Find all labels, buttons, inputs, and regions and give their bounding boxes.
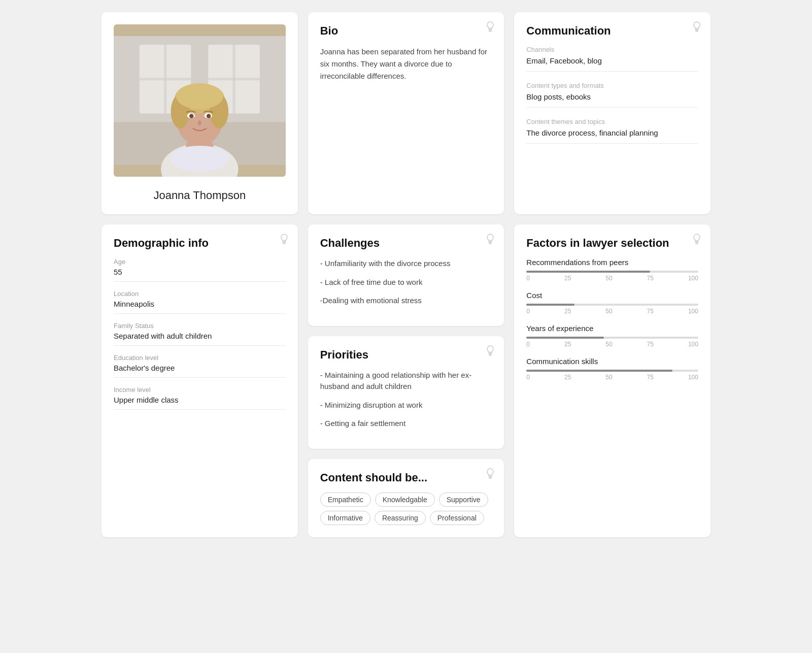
- factor-scale-label-2-4: 100: [688, 341, 698, 348]
- bio-lightbulb-icon: [486, 21, 495, 35]
- comm-section-2: Content themes and topicsThe divorce pro…: [526, 118, 698, 144]
- challenge-item-0: - Unfamiliarity with the divorce process: [320, 258, 492, 270]
- demo-field-1: LocationMinneapolis: [114, 290, 286, 314]
- demo-field-3: Education levelBachelor's degree: [114, 354, 286, 378]
- profile-card: Joanna Thompson: [101, 12, 298, 214]
- factor-scale-label-0-3: 75: [647, 275, 654, 282]
- priorities-items: - Maintaining a good relationship with h…: [320, 370, 492, 430]
- factor-scale-label-0-4: 100: [688, 275, 698, 282]
- demo-label-0: Age: [114, 258, 286, 266]
- factor-scale-label-2-1: 25: [564, 341, 571, 348]
- demo-value-2: Separated with adult children: [114, 332, 286, 346]
- demographic-card: Demographic info Age55LocationMinneapoli…: [101, 224, 298, 537]
- comm-section-1: Content types and formatsBlog posts, ebo…: [526, 82, 698, 108]
- content-tag-3: Informative: [320, 511, 370, 525]
- middle-column: Challenges - Unfamiliarity with the divo…: [308, 224, 504, 537]
- factor-track-1: [526, 304, 698, 306]
- communication-title: Communication: [526, 24, 698, 38]
- factor-scale-label-0-2: 50: [605, 275, 612, 282]
- svg-point-19: [198, 120, 201, 125]
- challenges-card: Challenges - Unfamiliarity with the divo…: [308, 224, 504, 326]
- factor-track-2: [526, 337, 698, 339]
- factor-track-bg-0: [526, 271, 698, 273]
- challenge-item-1: - Lack of free time due to work: [320, 277, 492, 288]
- communication-card: Communication ChannelsEmail, Facebook, b…: [514, 12, 710, 214]
- factor-scale-label-2-3: 75: [647, 341, 654, 348]
- demo-value-1: Minneapolis: [114, 300, 286, 314]
- challenges-title: Challenges: [320, 237, 492, 250]
- priority-item-0: - Maintaining a good relationship with h…: [320, 370, 492, 393]
- demo-label-3: Education level: [114, 354, 286, 362]
- demo-label-2: Family Status: [114, 322, 286, 330]
- comm-section-value-0: Email, Facebook, blog: [526, 56, 698, 72]
- challenges-lightbulb-icon: [486, 234, 495, 247]
- factor-scale-label-3-4: 100: [688, 374, 698, 381]
- factor-scale-label-1-1: 25: [564, 308, 571, 315]
- factor-fill-1: [526, 304, 574, 306]
- profile-photo-container: [114, 24, 286, 177]
- factor-label-0: Recommendations from peers: [526, 258, 698, 267]
- content-title: Content should be...: [320, 471, 492, 484]
- demographic-title: Demographic info: [114, 237, 286, 250]
- factor-section-1: Cost0255075100: [526, 291, 698, 315]
- factor-scale-1: 0255075100: [526, 308, 698, 315]
- comm-section-label-2: Content themes and topics: [526, 118, 698, 125]
- svg-point-14: [176, 83, 223, 109]
- factor-track-0: [526, 271, 698, 273]
- factor-scale-label-0-0: 0: [526, 275, 530, 282]
- bio-text: Joanna has been separated from her husba…: [320, 46, 492, 82]
- communication-sections: ChannelsEmail, Facebook, blogContent typ…: [526, 46, 698, 144]
- factor-scale-label-1-4: 100: [688, 308, 698, 315]
- factor-scale-label-0-1: 25: [564, 275, 571, 282]
- demo-value-3: Bachelor's degree: [114, 364, 286, 378]
- content-tag-5: Professional: [430, 511, 484, 525]
- svg-point-22: [170, 146, 230, 172]
- content-tag-2: Supportive: [439, 493, 488, 507]
- factor-fill-3: [526, 370, 672, 372]
- factor-track-bg-3: [526, 370, 698, 372]
- challenge-item-2: -Dealing with emotional stress: [320, 295, 492, 307]
- factor-label-3: Communication skills: [526, 357, 698, 366]
- factor-section-2: Years of experience0255075100: [526, 324, 698, 348]
- comm-section-label-0: Channels: [526, 46, 698, 53]
- content-tags: EmpatheticKnowledgableSupportiveInformat…: [320, 493, 492, 525]
- factor-scale-label-1-2: 50: [605, 308, 612, 315]
- factor-label-1: Cost: [526, 291, 698, 300]
- factor-scale-3: 0255075100: [526, 374, 698, 381]
- priority-item-1: - Minimizing disruption at work: [320, 400, 492, 411]
- demo-field-2: Family StatusSeparated with adult childr…: [114, 322, 286, 346]
- content-lightbulb-icon: [486, 468, 495, 482]
- factor-label-2: Years of experience: [526, 324, 698, 333]
- factor-scale-label-2-2: 50: [605, 341, 612, 348]
- factor-scale-label-3-2: 50: [605, 374, 612, 381]
- priority-item-2: - Getting a fair settlement: [320, 418, 492, 430]
- factor-fill-2: [526, 337, 603, 339]
- demo-value-0: 55: [114, 268, 286, 282]
- factor-scale-label-2-0: 0: [526, 341, 530, 348]
- demographic-fields: Age55LocationMinneapolisFamily StatusSep…: [114, 258, 286, 410]
- factor-scale-label-1-0: 0: [526, 308, 530, 315]
- factor-section-0: Recommendations from peers0255075100: [526, 258, 698, 282]
- demo-field-0: Age55: [114, 258, 286, 282]
- bio-title: Bio: [320, 24, 492, 38]
- factor-scale-2: 0255075100: [526, 341, 698, 348]
- demo-label-1: Location: [114, 290, 286, 298]
- content-tag-1: Knowledgable: [375, 493, 435, 507]
- demo-label-4: Income level: [114, 386, 286, 394]
- factor-fill-0: [526, 271, 650, 273]
- factor-track-bg-2: [526, 337, 698, 339]
- content-card: Content should be... EmpatheticKnowledga…: [308, 459, 504, 537]
- content-tag-4: Reassuring: [375, 511, 426, 525]
- demo-lightbulb-icon: [280, 234, 289, 247]
- factors-lightbulb-icon: [692, 234, 701, 247]
- factors-title: Factors in lawyer selection: [526, 237, 698, 250]
- factor-track-bg-1: [526, 304, 698, 306]
- priorities-card: Priorities - Maintaining a good relation…: [308, 336, 504, 449]
- demo-value-4: Upper middle class: [114, 396, 286, 410]
- factor-scale-label-3-1: 25: [564, 374, 571, 381]
- bio-card: Bio Joanna has been separated from her h…: [308, 12, 504, 214]
- profile-name: Joanna Thompson: [153, 189, 246, 202]
- comm-lightbulb-icon: [692, 21, 701, 35]
- factor-scale-label-3-0: 0: [526, 374, 530, 381]
- demo-field-4: Income levelUpper middle class: [114, 386, 286, 410]
